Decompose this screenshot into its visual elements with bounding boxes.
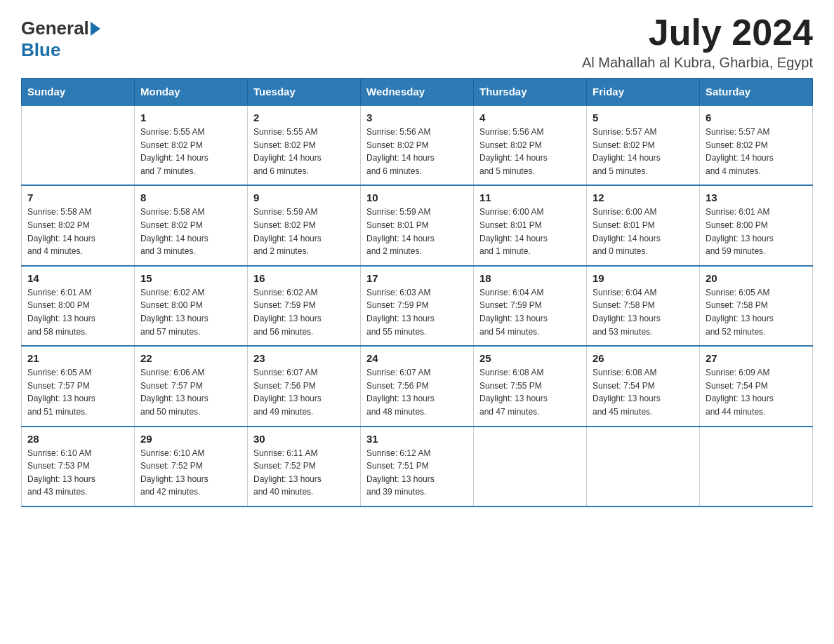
day-info: Sunrise: 5:58 AM Sunset: 8:02 PM Dayligh… — [27, 206, 128, 257]
logo-blue-text: Blue — [21, 39, 60, 61]
day-number: 20 — [706, 272, 807, 284]
day-number: 3 — [366, 112, 468, 123]
day-cell: 13Sunrise: 6:01 AM Sunset: 8:00 PM Dayli… — [700, 185, 813, 265]
calendar-table: SundayMondayTuesdayWednesdayThursdayFrid… — [21, 78, 813, 507]
day-info: Sunrise: 5:55 AM Sunset: 8:02 PM Dayligh… — [140, 126, 241, 177]
day-cell: 6Sunrise: 5:57 AM Sunset: 8:02 PM Daylig… — [700, 105, 813, 185]
day-cell: 23Sunrise: 6:07 AM Sunset: 7:56 PM Dayli… — [248, 346, 361, 426]
day-number: 5 — [593, 112, 694, 123]
day-info: Sunrise: 5:56 AM Sunset: 8:02 PM Dayligh… — [366, 126, 468, 177]
day-cell — [587, 427, 700, 507]
day-cell: 9Sunrise: 5:59 AM Sunset: 8:02 PM Daylig… — [248, 185, 361, 265]
calendar-header-row: SundayMondayTuesdayWednesdayThursdayFrid… — [22, 79, 813, 106]
day-number: 30 — [253, 433, 355, 445]
day-cell: 31Sunrise: 6:12 AM Sunset: 7:51 PM Dayli… — [361, 427, 474, 507]
day-cell: 20Sunrise: 6:05 AM Sunset: 7:58 PM Dayli… — [700, 266, 813, 346]
day-cell: 19Sunrise: 6:04 AM Sunset: 7:58 PM Dayli… — [587, 266, 700, 346]
day-number: 7 — [27, 192, 128, 203]
day-number: 22 — [140, 352, 241, 364]
day-number: 16 — [253, 272, 355, 284]
day-cell: 28Sunrise: 6:10 AM Sunset: 7:53 PM Dayli… — [22, 427, 135, 507]
day-cell: 15Sunrise: 6:02 AM Sunset: 8:00 PM Dayli… — [135, 266, 248, 346]
day-number: 2 — [253, 112, 355, 123]
day-number: 23 — [253, 352, 355, 364]
day-cell — [700, 427, 813, 507]
day-cell: 1Sunrise: 5:55 AM Sunset: 8:02 PM Daylig… — [135, 105, 248, 185]
day-header-sunday: Sunday — [22, 79, 135, 106]
day-info: Sunrise: 6:10 AM Sunset: 7:52 PM Dayligh… — [140, 447, 241, 499]
day-info: Sunrise: 5:57 AM Sunset: 8:02 PM Dayligh… — [593, 126, 694, 177]
day-info: Sunrise: 5:59 AM Sunset: 8:01 PM Dayligh… — [366, 206, 468, 257]
day-header-friday: Friday — [587, 79, 700, 106]
day-info: Sunrise: 6:04 AM Sunset: 7:59 PM Dayligh… — [479, 286, 581, 338]
day-info: Sunrise: 6:11 AM Sunset: 7:52 PM Dayligh… — [253, 447, 355, 499]
week-row-5: 28Sunrise: 6:10 AM Sunset: 7:53 PM Dayli… — [22, 427, 813, 507]
day-cell: 11Sunrise: 6:00 AM Sunset: 8:01 PM Dayli… — [474, 185, 587, 265]
day-number: 27 — [706, 352, 807, 364]
day-info: Sunrise: 6:00 AM Sunset: 8:01 PM Dayligh… — [593, 206, 694, 257]
day-number: 18 — [479, 272, 581, 284]
day-cell: 3Sunrise: 5:56 AM Sunset: 8:02 PM Daylig… — [361, 105, 474, 185]
day-cell: 29Sunrise: 6:10 AM Sunset: 7:52 PM Dayli… — [135, 427, 248, 507]
day-info: Sunrise: 5:56 AM Sunset: 8:02 PM Dayligh… — [479, 126, 581, 177]
day-cell: 25Sunrise: 6:08 AM Sunset: 7:55 PM Dayli… — [474, 346, 587, 426]
day-cell: 18Sunrise: 6:04 AM Sunset: 7:59 PM Dayli… — [474, 266, 587, 346]
day-info: Sunrise: 6:02 AM Sunset: 7:59 PM Dayligh… — [253, 286, 355, 338]
day-number: 1 — [140, 112, 241, 123]
day-number: 4 — [479, 112, 581, 123]
day-info: Sunrise: 6:03 AM Sunset: 7:59 PM Dayligh… — [366, 286, 468, 338]
day-number: 11 — [479, 192, 581, 203]
day-number: 12 — [593, 192, 694, 203]
day-cell: 17Sunrise: 6:03 AM Sunset: 7:59 PM Dayli… — [361, 266, 474, 346]
day-info: Sunrise: 6:07 AM Sunset: 7:56 PM Dayligh… — [253, 366, 355, 418]
day-cell: 24Sunrise: 6:07 AM Sunset: 7:56 PM Dayli… — [361, 346, 474, 426]
day-number: 17 — [366, 272, 468, 284]
day-number: 9 — [253, 192, 355, 203]
day-header-wednesday: Wednesday — [361, 79, 474, 106]
day-cell: 2Sunrise: 5:55 AM Sunset: 8:02 PM Daylig… — [248, 105, 361, 185]
day-info: Sunrise: 6:02 AM Sunset: 8:00 PM Dayligh… — [140, 286, 241, 338]
week-row-4: 21Sunrise: 6:05 AM Sunset: 7:57 PM Dayli… — [22, 346, 813, 426]
day-info: Sunrise: 6:01 AM Sunset: 8:00 PM Dayligh… — [27, 286, 128, 338]
day-number: 8 — [140, 192, 241, 203]
day-number: 15 — [140, 272, 241, 284]
day-number: 6 — [706, 112, 807, 123]
location-subtitle: Al Mahallah al Kubra, Gharbia, Egypt — [582, 55, 813, 71]
day-cell: 8Sunrise: 5:58 AM Sunset: 8:02 PM Daylig… — [135, 185, 248, 265]
day-cell: 30Sunrise: 6:11 AM Sunset: 7:52 PM Dayli… — [248, 427, 361, 507]
day-cell: 22Sunrise: 6:06 AM Sunset: 7:57 PM Dayli… — [135, 346, 248, 426]
page-header: General Blue July 2024 Al Mahallah al Ku… — [21, 14, 813, 71]
day-info: Sunrise: 6:04 AM Sunset: 7:58 PM Dayligh… — [593, 286, 694, 338]
day-number: 26 — [593, 352, 694, 364]
logo-arrow-icon — [91, 22, 100, 36]
day-cell: 7Sunrise: 5:58 AM Sunset: 8:02 PM Daylig… — [22, 185, 135, 265]
day-header-monday: Monday — [135, 79, 248, 106]
day-header-tuesday: Tuesday — [248, 79, 361, 106]
day-info: Sunrise: 6:06 AM Sunset: 7:57 PM Dayligh… — [140, 366, 241, 418]
logo-general-text: General — [21, 18, 89, 39]
day-info: Sunrise: 5:58 AM Sunset: 8:02 PM Dayligh… — [140, 206, 241, 257]
day-info: Sunrise: 6:01 AM Sunset: 8:00 PM Dayligh… — [706, 206, 807, 257]
day-number: 14 — [27, 272, 128, 284]
day-info: Sunrise: 6:08 AM Sunset: 7:55 PM Dayligh… — [479, 366, 581, 418]
day-cell: 21Sunrise: 6:05 AM Sunset: 7:57 PM Dayli… — [22, 346, 135, 426]
day-cell: 4Sunrise: 5:56 AM Sunset: 8:02 PM Daylig… — [474, 105, 587, 185]
day-info: Sunrise: 6:08 AM Sunset: 7:54 PM Dayligh… — [593, 366, 694, 418]
day-cell: 5Sunrise: 5:57 AM Sunset: 8:02 PM Daylig… — [587, 105, 700, 185]
logo: General Blue — [21, 14, 102, 61]
day-info: Sunrise: 5:57 AM Sunset: 8:02 PM Dayligh… — [706, 126, 807, 177]
day-number: 10 — [366, 192, 468, 203]
calendar-body: 1Sunrise: 5:55 AM Sunset: 8:02 PM Daylig… — [22, 105, 813, 507]
week-row-1: 1Sunrise: 5:55 AM Sunset: 8:02 PM Daylig… — [22, 105, 813, 185]
title-section: July 2024 Al Mahallah al Kubra, Gharbia,… — [582, 14, 813, 71]
day-number: 19 — [593, 272, 694, 284]
day-number: 29 — [140, 433, 241, 445]
day-number: 28 — [27, 433, 128, 445]
day-header-thursday: Thursday — [474, 79, 587, 106]
week-row-2: 7Sunrise: 5:58 AM Sunset: 8:02 PM Daylig… — [22, 185, 813, 265]
day-cell: 10Sunrise: 5:59 AM Sunset: 8:01 PM Dayli… — [361, 185, 474, 265]
day-number: 21 — [27, 352, 128, 364]
day-number: 25 — [479, 352, 581, 364]
day-info: Sunrise: 6:12 AM Sunset: 7:51 PM Dayligh… — [366, 447, 468, 499]
day-cell: 16Sunrise: 6:02 AM Sunset: 7:59 PM Dayli… — [248, 266, 361, 346]
